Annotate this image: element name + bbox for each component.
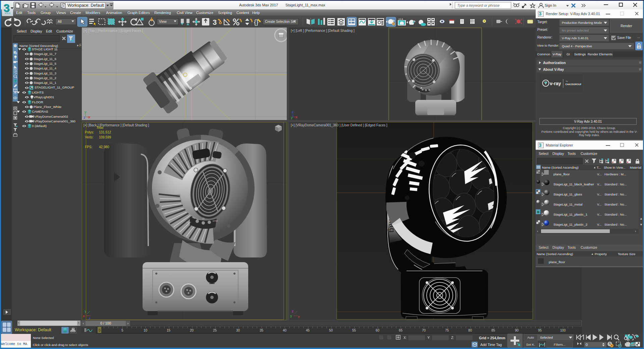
svg-text:CHAOSGROUP: CHAOSGROUP	[565, 83, 581, 85]
svg-text:View: View	[159, 19, 167, 23]
svg-text:z: z	[292, 309, 293, 313]
svg-text:0: 0	[586, 343, 588, 347]
svg-text:V...: V...	[597, 202, 601, 206]
svg-text:131.512: 131.512	[99, 130, 111, 134]
svg-text:StageLigt_11_plastic_1: StageLigt_11_plastic_1	[553, 213, 587, 216]
svg-text:x: x	[298, 315, 300, 318]
svg-text:10: 10	[144, 329, 148, 332]
svg-text:3: 3	[213, 18, 217, 26]
svg-text:V...: V...	[597, 172, 601, 176]
svg-text:[+] [Back ] [Performance ] [D: [+] [Back ] [Performance ] [Default Shad…	[84, 123, 149, 127]
svg-text:MENU: MENU	[186, 222, 191, 223]
svg-text:StageLigt_11_black_leather: StageLigt_11_black_leather	[553, 182, 594, 186]
svg-text:All: All	[58, 19, 62, 23]
svg-text:v-ray: v-ray	[550, 81, 561, 86]
svg-text:70: 70	[422, 329, 426, 332]
svg-text:0: 0	[99, 329, 101, 332]
svg-text:V...: V...	[597, 182, 601, 186]
svg-text:65: 65	[399, 329, 403, 332]
svg-text:by: by	[566, 80, 568, 82]
svg-text:V...: V...	[597, 223, 601, 226]
svg-text:45: 45	[306, 329, 310, 332]
svg-text:100: 100	[560, 329, 566, 332]
svg-text:5: 5	[121, 329, 123, 332]
svg-text:StageLigt_11_glass: StageLigt_11_glass	[553, 192, 582, 196]
svg-text:z: z	[292, 110, 293, 114]
svg-text:50: 50	[329, 329, 333, 332]
svg-text:42,980: 42,980	[99, 145, 109, 149]
svg-text:StageLigt_11_metal: StageLigt_11_metal	[553, 202, 582, 206]
svg-text:StageLigt_11_plastic_2: StageLigt_11_plastic_2	[553, 223, 587, 226]
svg-text:y: y	[291, 116, 293, 119]
svg-text:[+] [Top ] [Performance ] [E: [+] [Top ] [Performance ] [Edged Faces ]	[84, 29, 143, 33]
svg-text:Standard : No...: Standard : No...	[604, 223, 627, 226]
svg-text:y: y	[85, 309, 87, 313]
svg-text:20: 20	[190, 329, 194, 332]
svg-text:Hardware : M...: Hardware : M...	[604, 172, 626, 176]
svg-text:Standard : No...: Standard : No...	[604, 213, 627, 216]
svg-text:25: 25	[213, 329, 217, 332]
svg-text:Create Selection Set: Create Selection Set	[265, 20, 296, 23]
svg-text:V...: V...	[597, 213, 601, 216]
svg-text:V...: V...	[597, 192, 601, 196]
svg-text:Polys:: Polys:	[85, 130, 94, 134]
svg-text:z: z	[84, 116, 85, 119]
svg-text:y: y	[290, 314, 292, 318]
svg-text:Standard : No...: Standard : No...	[604, 202, 627, 206]
svg-text:90: 90	[515, 329, 519, 332]
svg-text:[+] [VRayDomeCamera001_360 ]: [+] [VRayDomeCamera001_360 ] [User Defin…	[291, 123, 387, 127]
svg-text:ENTER: ENTER	[213, 220, 218, 222]
svg-text:60: 60	[376, 329, 380, 332]
svg-text:x: x	[83, 314, 85, 318]
svg-text:55: 55	[352, 329, 356, 332]
svg-text:35: 35	[260, 329, 264, 332]
svg-text:40: 40	[283, 329, 287, 332]
svg-text:30: 30	[236, 329, 240, 332]
svg-text:85: 85	[491, 329, 495, 332]
svg-text:95: 95	[538, 329, 542, 332]
svg-text:Standard : No...: Standard : No...	[604, 182, 627, 186]
svg-text:75: 75	[445, 329, 449, 332]
svg-text:80: 80	[468, 329, 472, 332]
svg-text:15: 15	[167, 329, 171, 332]
svg-text:Sign In: Sign In	[545, 3, 556, 7]
svg-text:y: y	[85, 110, 87, 114]
svg-text:109.599: 109.599	[99, 135, 111, 139]
svg-text:Standard : No...: Standard : No...	[604, 192, 627, 196]
svg-text:[+] [Left ] [Performance ] [: [+] [Left ] [Performance ] [Default Shad…	[291, 29, 355, 33]
svg-text:plane_floor: plane_floor	[553, 172, 570, 176]
